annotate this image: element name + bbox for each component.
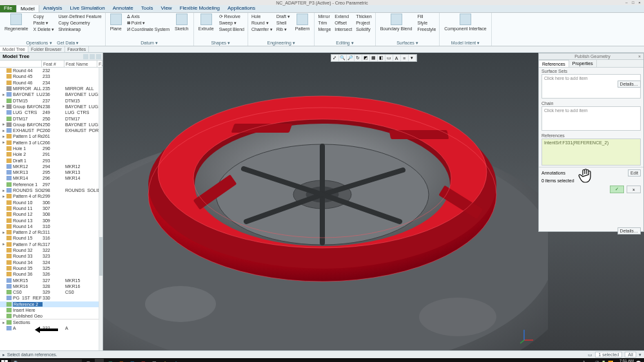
tree-row[interactable]: DTM17250DTM17 bbox=[0, 115, 102, 121]
plane-button[interactable]: Plane bbox=[108, 14, 124, 40]
layers-icon[interactable]: ≡ bbox=[401, 55, 409, 61]
tree-row[interactable]: ▸ROUNDS_SOLID_PI298ROUNDS_SOLID_… bbox=[0, 187, 102, 193]
tree-filter-icon[interactable] bbox=[90, 54, 95, 59]
selection-count[interactable]: 1 selected bbox=[595, 352, 622, 357]
extrude-button[interactable]: Extrude bbox=[196, 14, 217, 40]
tree-row[interactable]: Round 35325 bbox=[0, 265, 102, 271]
tree-show-icon[interactable] bbox=[96, 54, 101, 59]
tree-row[interactable]: ▸Group BAYONET_LU238BAYONET_LUGS_… bbox=[0, 104, 102, 110]
tree-row[interactable]: Round 32322 bbox=[0, 247, 102, 253]
tree-row[interactable]: Round 45233 bbox=[0, 73, 102, 79]
start-button[interactable] bbox=[0, 359, 9, 362]
tree-row[interactable]: DTM15237DTM15 bbox=[0, 97, 102, 103]
close-button[interactable]: × bbox=[636, 0, 643, 5]
maximize-button[interactable]: □ bbox=[630, 0, 636, 5]
tab-file[interactable]: File bbox=[0, 5, 16, 12]
style-button[interactable]: Style bbox=[416, 20, 437, 26]
round-button[interactable]: Round ▾ bbox=[250, 20, 274, 26]
tree-row[interactable]: MIRROR_ALL235MIRROR_ALL bbox=[0, 86, 102, 91]
taskbar-search[interactable]: 🔍Type here to search bbox=[11, 359, 82, 363]
tree-row[interactable]: Hole 2291 bbox=[0, 151, 102, 157]
select-arrow-icon[interactable]: ▸ bbox=[3, 352, 5, 357]
col-feat-name[interactable]: Feat Name bbox=[64, 61, 97, 67]
tree-row[interactable]: Round 14310 bbox=[0, 224, 102, 229]
tree-row[interactable]: ▸Group BAYONET_LU250BAYONET_LUGS_… bbox=[0, 122, 102, 128]
tree-row[interactable]: ▸Pattern 3 of LOCAL266 bbox=[0, 140, 102, 146]
tree-row[interactable]: Reference 1297 bbox=[0, 182, 102, 187]
references-collector[interactable]: IntentSrf:F331(REFERENCE_2) bbox=[542, 138, 641, 166]
intersect-button[interactable]: Intersect bbox=[333, 26, 353, 33]
cancel-button[interactable]: × bbox=[627, 186, 641, 193]
trim-button[interactable]: Trim bbox=[317, 20, 332, 26]
qat-icon[interactable] bbox=[14, 0, 19, 5]
swept-blend-button[interactable]: Swept Blend bbox=[218, 26, 246, 33]
surface-sets-details-button[interactable]: Details… bbox=[618, 81, 641, 88]
tree-row[interactable]: Round 12308 bbox=[0, 211, 102, 217]
csys-button[interactable]: ⵍ Coordinate System bbox=[126, 26, 171, 33]
tree-row[interactable]: ▸Pattern 4 of Round299 bbox=[0, 193, 102, 199]
graphics-viewport[interactable]: ⤢ 🔍 🔎 ↻ ◩ ▦ ◧ ▭ A ≡ ▾ Publish Geometry× … bbox=[103, 53, 644, 350]
thicken-button[interactable]: Thicken bbox=[355, 14, 373, 20]
zoom-out-icon[interactable]: 🔎 bbox=[347, 55, 355, 61]
extend-button[interactable]: Extend bbox=[333, 14, 353, 20]
task-view-icon[interactable]: ⊞ bbox=[84, 359, 93, 362]
tab-references[interactable]: References bbox=[539, 60, 569, 67]
tree-row[interactable]: MKR15327MKR15 bbox=[0, 277, 102, 283]
tab-apps[interactable]: Applications bbox=[224, 5, 259, 12]
saved-view-icon[interactable]: ▦ bbox=[370, 55, 378, 61]
taskbar-app-icon[interactable]: ◉ bbox=[161, 359, 170, 362]
tree-row[interactable]: Published Geom bbox=[0, 313, 102, 319]
tree-row[interactable]: MKR13295MKR13 bbox=[0, 169, 102, 175]
minimize-button[interactable]: – bbox=[623, 0, 630, 5]
hole-button[interactable]: Hole bbox=[250, 14, 274, 20]
tree-row[interactable]: Round 44232 bbox=[0, 68, 102, 73]
repaint-icon[interactable]: ↻ bbox=[355, 55, 362, 61]
tab-view[interactable]: View bbox=[157, 5, 175, 12]
tree-row[interactable]: ▸BAYONET_LUGS236BAYONET_LUGS bbox=[0, 91, 102, 97]
chamfer-button[interactable]: Chamfer ▾ bbox=[250, 26, 274, 33]
panel-close-icon[interactable]: × bbox=[637, 53, 642, 60]
delete-button[interactable]: X Delete ▾ bbox=[32, 26, 56, 33]
col-feat-num[interactable]: Feat # bbox=[42, 61, 64, 67]
tree-row[interactable]: MKR16328MKR16 bbox=[0, 283, 102, 289]
tab-favorites[interactable]: Favorites bbox=[65, 46, 90, 52]
qat-icon[interactable] bbox=[27, 0, 32, 5]
component-interface-button[interactable]: Component Interface bbox=[442, 14, 489, 40]
tree-settings-icon[interactable] bbox=[83, 54, 88, 59]
rib-button[interactable]: Rib ▾ bbox=[275, 26, 291, 33]
tree-body[interactable]: Round 44232Round 45233Round 46234MIRROR_… bbox=[0, 68, 102, 350]
tree-sections-row[interactable]: ▸Sections bbox=[0, 319, 102, 325]
shrinkwrap-button[interactable]: Shrinkwrap bbox=[57, 26, 102, 33]
tree-row[interactable]: Round 36326 bbox=[0, 271, 102, 277]
sketch-button[interactable]: Sketch bbox=[172, 14, 191, 40]
taskbar-app-icon[interactable]: ◩ bbox=[128, 359, 137, 362]
revolve-button[interactable]: ⟳ Revolve bbox=[218, 14, 246, 20]
taskbar-app-icon[interactable]: ● bbox=[95, 359, 104, 362]
taskbar-app-icon[interactable]: ▭ bbox=[182, 359, 191, 362]
qat-icon[interactable] bbox=[34, 0, 39, 5]
qat-icon[interactable] bbox=[21, 0, 26, 5]
tree-row[interactable]: MKR12294MKR12 bbox=[0, 164, 102, 169]
shell-button[interactable]: Shell bbox=[275, 20, 291, 26]
copy-geom-button[interactable]: Copy Geometry bbox=[57, 20, 102, 26]
tree-row[interactable]: Hole 1290 bbox=[0, 146, 102, 151]
qat-icon[interactable] bbox=[1, 0, 6, 5]
tab-annotate[interactable]: Annotate bbox=[109, 5, 137, 12]
tree-row[interactable]: Round 33323 bbox=[0, 253, 102, 259]
tree-row[interactable]: Insert Here bbox=[0, 307, 102, 313]
ok-button[interactable]: ✓ bbox=[610, 186, 624, 193]
tab-tools[interactable]: Tools bbox=[137, 5, 157, 12]
tree-row[interactable]: ▸Pattern 2 of Round311 bbox=[0, 229, 102, 235]
paste-button[interactable]: Paste ▾ bbox=[32, 20, 56, 26]
annotations-edit-button[interactable]: Edit bbox=[628, 169, 641, 176]
tab-model[interactable]: Model bbox=[16, 5, 39, 12]
display-style-icon[interactable]: ◩ bbox=[362, 55, 370, 61]
taskbar-app-icon[interactable]: ▣ bbox=[139, 359, 148, 362]
tab-properties[interactable]: Properties bbox=[569, 60, 597, 67]
smart-select-icon[interactable]: ▭ bbox=[588, 352, 592, 357]
udf-button[interactable]: User-Defined Feature bbox=[57, 14, 102, 20]
mirror-button[interactable]: Mirror bbox=[317, 14, 332, 20]
annotations-icon[interactable]: A bbox=[393, 55, 401, 61]
selection-filter[interactable]: All bbox=[625, 352, 636, 357]
taskbar-app-icon[interactable]: ▦ bbox=[150, 359, 159, 362]
